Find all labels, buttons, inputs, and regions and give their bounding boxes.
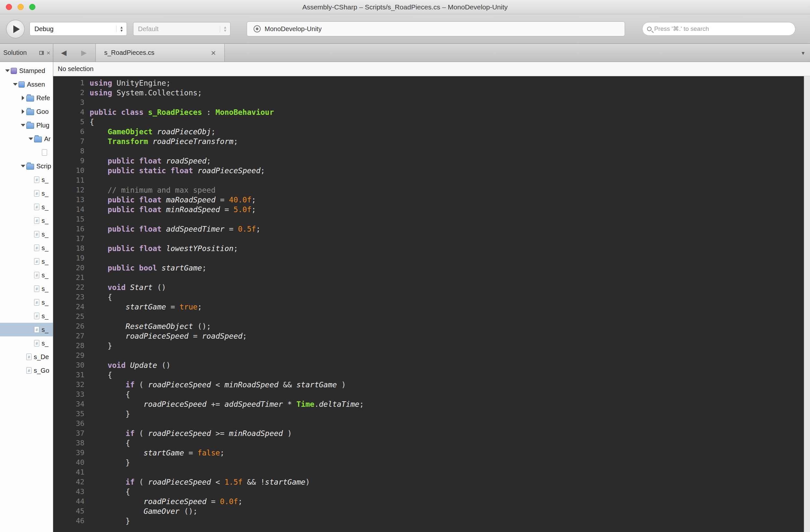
code-line[interactable]: 42 if ( roadPieceSpeed < 1.5f && !startG… bbox=[53, 477, 810, 487]
code-line[interactable]: 31 { bbox=[53, 370, 810, 380]
code-line[interactable]: 6 GameObject roadPieceObj; bbox=[53, 127, 810, 136]
tab-s-roadpieces[interactable]: s_RoadPieces.cs × bbox=[95, 44, 225, 62]
tree-item-s_[interactable]: #s_ bbox=[0, 309, 53, 323]
code-line[interactable]: 4public class s_RoadPieces : MonoBehavio… bbox=[53, 107, 810, 117]
solution-panel: Solution × StampedAssenRefeGooPlugArScri… bbox=[0, 44, 53, 532]
code-line[interactable]: 45 GameOver (); bbox=[53, 506, 810, 516]
line-number: 10 bbox=[53, 166, 90, 176]
code-line[interactable]: 32 if ( roadPieceSpeed < minRoadSpeed &&… bbox=[53, 380, 810, 389]
code-line[interactable]: 12 // minimum and max speed bbox=[53, 185, 810, 195]
code-line[interactable]: 24 startGame = true; bbox=[53, 302, 810, 312]
code-line[interactable]: 26 ResetGameObject (); bbox=[53, 321, 810, 331]
close-window-button[interactable] bbox=[6, 4, 12, 10]
code-text: public float roadSpeed; bbox=[90, 156, 211, 166]
disclosure-triangle-icon[interactable] bbox=[20, 163, 26, 169]
stepper-icon: ▲ ▼ bbox=[116, 26, 123, 32]
line-number: 29 bbox=[53, 351, 90, 361]
tree-item-s_[interactable]: #s_ bbox=[0, 255, 53, 268]
code-line[interactable]: 46 } bbox=[53, 516, 810, 526]
code-line[interactable]: 36 bbox=[53, 419, 810, 429]
tree-item-assen[interactable]: Assen bbox=[0, 78, 53, 91]
code-line[interactable]: 25 bbox=[53, 312, 810, 321]
search-input[interactable] bbox=[654, 25, 795, 32]
run-button[interactable] bbox=[6, 20, 25, 38]
code-line[interactable]: 28 } bbox=[53, 341, 810, 351]
minimize-window-button[interactable] bbox=[18, 4, 24, 10]
disclosure-triangle-icon[interactable] bbox=[20, 122, 26, 129]
back-button[interactable]: ◀ bbox=[61, 44, 67, 62]
tree-item-s_[interactable]: #s_ bbox=[0, 323, 53, 336]
code-line[interactable]: 23 { bbox=[53, 292, 810, 302]
code-line[interactable]: 1using UnityEngine; bbox=[53, 78, 810, 88]
code-line[interactable]: 11 bbox=[53, 176, 810, 185]
tree-item-s_[interactable]: #s_ bbox=[0, 336, 53, 350]
tree-item-s_[interactable]: #s_ bbox=[0, 241, 53, 255]
tree-item-scrip[interactable]: Scrip bbox=[0, 159, 53, 173]
tree-item-s_[interactable]: #s_ bbox=[0, 228, 53, 241]
code-line[interactable]: 17 bbox=[53, 234, 810, 244]
configuration-selector[interactable]: Debug ▲ ▼ bbox=[30, 22, 127, 36]
code-line[interactable]: 10 public static float roadPieceSpeed; bbox=[53, 166, 810, 176]
disclosure-triangle-icon[interactable] bbox=[28, 136, 34, 142]
tree-item-s_[interactable]: #s_ bbox=[0, 214, 53, 228]
breadcrumb-bar[interactable]: No selection bbox=[53, 62, 810, 76]
tree-item-s_[interactable]: #s_ bbox=[0, 186, 53, 200]
line-number: 2 bbox=[53, 88, 90, 98]
tree-item-s_de[interactable]: #s_De bbox=[0, 350, 53, 364]
code-line[interactable]: 19 bbox=[53, 253, 810, 263]
code-line[interactable]: 29 bbox=[53, 351, 810, 361]
forward-button[interactable]: ▶ bbox=[81, 44, 87, 62]
code-line[interactable]: 37 if ( roadPieceSpeed >= minRoadSpeed ) bbox=[53, 429, 810, 438]
tree-item-goo[interactable]: Goo bbox=[0, 105, 53, 118]
disclosure-triangle-icon[interactable] bbox=[20, 109, 26, 115]
line-number: 15 bbox=[53, 214, 90, 224]
code-line[interactable]: 18 public float lowestYPosition; bbox=[53, 244, 810, 253]
code-line[interactable]: 16 public float addSpeedTimer = 0.5f; bbox=[53, 224, 810, 234]
close-tab-icon[interactable]: × bbox=[211, 49, 216, 57]
code-line[interactable]: 13 public float maRoadSpeed = 40.0f; bbox=[53, 195, 810, 205]
code-line[interactable]: 27 roadPieceSpeed = roadSpeed; bbox=[53, 331, 810, 341]
disclosure-triangle-icon[interactable] bbox=[12, 81, 18, 87]
code-line[interactable]: 33 { bbox=[53, 389, 810, 399]
code-line[interactable]: 5{ bbox=[53, 117, 810, 127]
tree-item-refe[interactable]: Refe bbox=[0, 91, 53, 105]
code-line[interactable]: 15 bbox=[53, 214, 810, 224]
tab-list-button[interactable]: ▼ bbox=[800, 44, 806, 62]
code-line[interactable]: 22 void Start () bbox=[53, 283, 810, 292]
code-line[interactable]: 3 bbox=[53, 98, 810, 107]
tree-item-plug[interactable]: Plug bbox=[0, 118, 53, 132]
editor-scrollbar[interactable] bbox=[804, 76, 810, 532]
tree-item-s_[interactable]: #s_ bbox=[0, 173, 53, 186]
code-line[interactable]: 39 startGame = false; bbox=[53, 448, 810, 458]
code-editor[interactable]: 1using UnityEngine;2using System.Collect… bbox=[53, 76, 810, 532]
code-line[interactable]: 2using System.Collections; bbox=[53, 88, 810, 98]
tree-item-s_go[interactable]: #s_Go bbox=[0, 364, 53, 377]
code-line[interactable]: 38 { bbox=[53, 438, 810, 448]
tree-item-ar[interactable]: Ar bbox=[0, 132, 53, 146]
zoom-window-button[interactable] bbox=[29, 4, 35, 10]
code-line[interactable]: 8 bbox=[53, 146, 810, 156]
close-panel-icon[interactable]: × bbox=[46, 50, 50, 56]
code-line[interactable]: 20 public bool startGame; bbox=[53, 263, 810, 273]
code-line[interactable]: 44 roadPieceSpeed = 0.0f; bbox=[53, 497, 810, 506]
code-line[interactable]: 40 } bbox=[53, 458, 810, 467]
tree-item-s_[interactable]: #s_ bbox=[0, 282, 53, 296]
disclosure-triangle-icon[interactable] bbox=[4, 67, 11, 74]
tree-item-s_[interactable]: #s_ bbox=[0, 268, 53, 282]
dock-panel-icon[interactable] bbox=[39, 51, 44, 55]
code-line[interactable]: 9 public float roadSpeed; bbox=[53, 156, 810, 166]
tree-item-stamped[interactable]: Stamped bbox=[0, 64, 53, 78]
disclosure-triangle-icon[interactable] bbox=[20, 95, 26, 101]
code-line[interactable]: 7 Transform roadPieceTransform; bbox=[53, 136, 810, 146]
search-field[interactable] bbox=[642, 22, 795, 36]
tree-item-s_[interactable]: #s_ bbox=[0, 296, 53, 309]
code-line[interactable]: 34 roadPieceSpeed += addSpeedTimer * Tim… bbox=[53, 399, 810, 409]
code-line[interactable]: 21 bbox=[53, 273, 810, 283]
code-line[interactable]: 30 void Update () bbox=[53, 361, 810, 370]
code-line[interactable]: 14 public float minRoadSpeed = 5.0f; bbox=[53, 205, 810, 214]
code-line[interactable]: 35 } bbox=[53, 409, 810, 419]
code-line[interactable]: 41 bbox=[53, 467, 810, 477]
tree-item[interactable] bbox=[0, 146, 53, 159]
code-line[interactable]: 43 { bbox=[53, 487, 810, 497]
tree-item-s_[interactable]: #s_ bbox=[0, 200, 53, 214]
